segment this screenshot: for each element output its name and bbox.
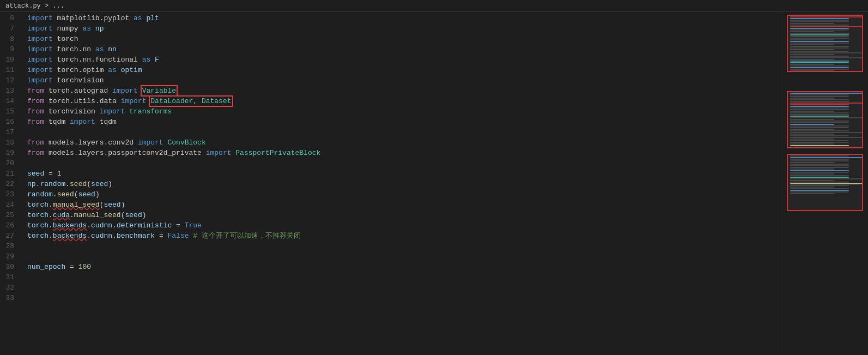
line-content: torch.manual_seed(seed) xyxy=(25,200,781,210)
code-line: 6import matplotlib.pyplot as plt xyxy=(0,13,781,23)
line-content: torch.cuda.manual_seed(seed) xyxy=(25,210,781,220)
code-line: 22np.random.seed(seed) xyxy=(0,179,781,189)
line-content: import torch.nn as nn xyxy=(25,44,781,55)
code-line: 24torch.manual_seed(seed) xyxy=(0,200,781,210)
line-content: seed = 1 xyxy=(25,169,781,179)
code-line: 28 xyxy=(0,241,781,251)
line-number: 22 xyxy=(0,179,25,189)
line-number: 31 xyxy=(0,272,25,282)
line-number: 27 xyxy=(0,231,25,241)
code-line: 16from tqdm import tqdm xyxy=(0,117,781,127)
line-number: 26 xyxy=(0,220,25,231)
line-number: 12 xyxy=(0,75,25,86)
line-number: 24 xyxy=(0,200,25,210)
line-content: import matplotlib.pyplot as plt xyxy=(25,13,781,23)
code-line: 8import torch xyxy=(0,34,781,44)
code-line: 15from torchvision import transforms xyxy=(0,106,781,117)
code-line: 7import numpy as np xyxy=(0,23,781,34)
line-number: 25 xyxy=(0,210,25,220)
code-line: 18from models.layers.conv2d import ConvB… xyxy=(0,137,781,148)
line-number: 9 xyxy=(0,44,25,55)
line-number: 33 xyxy=(0,293,25,303)
line-number: 17 xyxy=(0,127,25,137)
code-line: 17 xyxy=(0,127,781,137)
line-number: 8 xyxy=(0,34,25,44)
line-content: from torch.autograd import Variable xyxy=(25,86,781,96)
line-content: import torchvision xyxy=(25,75,781,86)
line-number: 21 xyxy=(0,169,25,179)
code-line: 31 xyxy=(0,272,781,282)
line-number: 6 xyxy=(0,13,25,23)
line-content: random.seed(seed) xyxy=(25,189,781,200)
line-content: from models.layers.passportconv2d_privat… xyxy=(25,148,781,158)
line-number: 19 xyxy=(0,148,25,158)
minimap xyxy=(781,12,868,355)
code-line: 27torch.backends.cudnn.benchmark = False… xyxy=(0,231,781,241)
line-content xyxy=(25,127,781,137)
line-content xyxy=(25,272,781,282)
minimap-bottom xyxy=(787,154,863,211)
line-number: 15 xyxy=(0,106,25,117)
code-line: 21seed = 1 xyxy=(0,169,781,179)
code-line: 26torch.backends.cudnn.deterministic = T… xyxy=(0,220,781,231)
line-number: 29 xyxy=(0,251,25,262)
minimap-middle xyxy=(787,91,863,148)
code-line: 25torch.cuda.manual_seed(seed) xyxy=(0,210,781,220)
line-number: 7 xyxy=(0,23,25,34)
line-content: from models.layers.conv2d import ConvBlo… xyxy=(25,137,781,148)
line-content: from tqdm import tqdm xyxy=(25,117,781,127)
editor-container: 6import matplotlib.pyplot as plt7import … xyxy=(0,12,868,355)
line-content: num_epoch = 100 xyxy=(25,262,781,272)
breadcrumb: attack.py > ... xyxy=(5,2,64,10)
line-number: 18 xyxy=(0,137,25,148)
line-content xyxy=(25,282,781,293)
line-content: torch.backends.cudnn.benchmark = False #… xyxy=(25,231,781,241)
line-content: from torchvision import transforms xyxy=(25,106,781,117)
line-content: import numpy as np xyxy=(25,23,781,34)
line-content: import torch.nn.functional as F xyxy=(25,55,781,65)
code-line: 10import torch.nn.functional as F xyxy=(0,55,781,65)
code-line: 33 xyxy=(0,293,781,303)
code-line: 29 xyxy=(0,251,781,262)
code-line: 14from torch.utils.data import DataLoade… xyxy=(0,96,781,106)
code-editor[interactable]: 6import matplotlib.pyplot as plt7import … xyxy=(0,12,781,355)
line-content: import torch xyxy=(25,34,781,44)
line-content: np.random.seed(seed) xyxy=(25,179,781,189)
line-content xyxy=(25,158,781,169)
line-number: 13 xyxy=(0,86,25,96)
line-content: torch.backends.cudnn.deterministic = Tru… xyxy=(25,220,781,231)
line-number: 32 xyxy=(0,282,25,293)
titlebar: attack.py > ... xyxy=(0,0,868,12)
code-line: 9import torch.nn as nn xyxy=(0,44,781,55)
line-number: 11 xyxy=(0,65,25,75)
line-number: 20 xyxy=(0,158,25,169)
code-line: 12import torchvision xyxy=(0,75,781,86)
line-content xyxy=(25,241,781,251)
line-number: 23 xyxy=(0,189,25,200)
code-line: 11import torch.optim as optim xyxy=(0,65,781,75)
code-line: 19from models.layers.passportconv2d_priv… xyxy=(0,148,781,158)
code-line: 13from torch.autograd import Variable xyxy=(0,86,781,96)
line-content xyxy=(25,293,781,303)
code-line: 32 xyxy=(0,282,781,293)
line-number: 28 xyxy=(0,241,25,251)
line-number: 10 xyxy=(0,55,25,65)
line-content xyxy=(25,251,781,262)
line-number: 14 xyxy=(0,96,25,106)
minimap-top xyxy=(787,15,863,72)
line-number: 16 xyxy=(0,117,25,127)
code-line: 23random.seed(seed) xyxy=(0,189,781,200)
code-line: 30num_epoch = 100 xyxy=(0,262,781,272)
line-number: 30 xyxy=(0,262,25,272)
code-line: 20 xyxy=(0,158,781,169)
line-content: from torch.utils.data import DataLoader,… xyxy=(25,96,781,106)
line-content: import torch.optim as optim xyxy=(25,65,781,75)
